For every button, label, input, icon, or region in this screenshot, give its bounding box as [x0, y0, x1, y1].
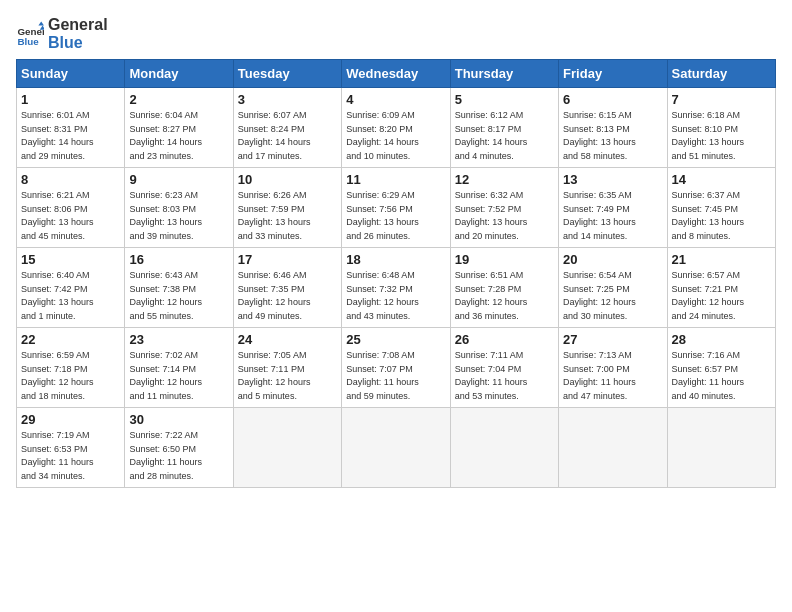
day-info: Sunrise: 6:18 AMSunset: 8:10 PMDaylight:…	[672, 109, 771, 163]
day-number: 26	[455, 332, 554, 347]
logo: General Blue General Blue	[16, 16, 108, 51]
calendar-cell	[233, 408, 341, 488]
day-number: 27	[563, 332, 662, 347]
day-of-week-header: Wednesday	[342, 60, 450, 88]
day-number: 10	[238, 172, 337, 187]
calendar-cell: 6Sunrise: 6:15 AMSunset: 8:13 PMDaylight…	[559, 88, 667, 168]
day-info: Sunrise: 6:59 AMSunset: 7:18 PMDaylight:…	[21, 349, 120, 403]
day-number: 7	[672, 92, 771, 107]
calendar-cell: 28Sunrise: 7:16 AMSunset: 6:57 PMDayligh…	[667, 328, 775, 408]
calendar-cell: 27Sunrise: 7:13 AMSunset: 7:00 PMDayligh…	[559, 328, 667, 408]
day-info: Sunrise: 6:09 AMSunset: 8:20 PMDaylight:…	[346, 109, 445, 163]
day-info: Sunrise: 6:15 AMSunset: 8:13 PMDaylight:…	[563, 109, 662, 163]
calendar-cell: 25Sunrise: 7:08 AMSunset: 7:07 PMDayligh…	[342, 328, 450, 408]
day-number: 6	[563, 92, 662, 107]
day-info: Sunrise: 6:46 AMSunset: 7:35 PMDaylight:…	[238, 269, 337, 323]
day-number: 15	[21, 252, 120, 267]
logo-general: General	[48, 16, 108, 34]
day-number: 21	[672, 252, 771, 267]
calendar-cell: 29Sunrise: 7:19 AMSunset: 6:53 PMDayligh…	[17, 408, 125, 488]
day-info: Sunrise: 6:01 AMSunset: 8:31 PMDaylight:…	[21, 109, 120, 163]
day-number: 4	[346, 92, 445, 107]
day-number: 2	[129, 92, 228, 107]
calendar-cell	[342, 408, 450, 488]
calendar-cell: 20Sunrise: 6:54 AMSunset: 7:25 PMDayligh…	[559, 248, 667, 328]
day-info: Sunrise: 7:16 AMSunset: 6:57 PMDaylight:…	[672, 349, 771, 403]
calendar-cell: 8Sunrise: 6:21 AMSunset: 8:06 PMDaylight…	[17, 168, 125, 248]
day-number: 28	[672, 332, 771, 347]
day-info: Sunrise: 7:19 AMSunset: 6:53 PMDaylight:…	[21, 429, 120, 483]
day-info: Sunrise: 7:02 AMSunset: 7:14 PMDaylight:…	[129, 349, 228, 403]
day-of-week-header: Friday	[559, 60, 667, 88]
calendar-cell: 14Sunrise: 6:37 AMSunset: 7:45 PMDayligh…	[667, 168, 775, 248]
calendar-week-row: 22Sunrise: 6:59 AMSunset: 7:18 PMDayligh…	[17, 328, 776, 408]
day-number: 17	[238, 252, 337, 267]
day-number: 20	[563, 252, 662, 267]
calendar-cell: 3Sunrise: 6:07 AMSunset: 8:24 PMDaylight…	[233, 88, 341, 168]
day-info: Sunrise: 6:12 AMSunset: 8:17 PMDaylight:…	[455, 109, 554, 163]
day-info: Sunrise: 6:04 AMSunset: 8:27 PMDaylight:…	[129, 109, 228, 163]
day-info: Sunrise: 6:57 AMSunset: 7:21 PMDaylight:…	[672, 269, 771, 323]
day-of-week-header: Saturday	[667, 60, 775, 88]
day-info: Sunrise: 6:40 AMSunset: 7:42 PMDaylight:…	[21, 269, 120, 323]
day-info: Sunrise: 6:37 AMSunset: 7:45 PMDaylight:…	[672, 189, 771, 243]
day-info: Sunrise: 7:11 AMSunset: 7:04 PMDaylight:…	[455, 349, 554, 403]
day-info: Sunrise: 6:29 AMSunset: 7:56 PMDaylight:…	[346, 189, 445, 243]
day-number: 19	[455, 252, 554, 267]
calendar-week-row: 29Sunrise: 7:19 AMSunset: 6:53 PMDayligh…	[17, 408, 776, 488]
calendar-cell: 26Sunrise: 7:11 AMSunset: 7:04 PMDayligh…	[450, 328, 558, 408]
calendar-cell: 1Sunrise: 6:01 AMSunset: 8:31 PMDaylight…	[17, 88, 125, 168]
day-number: 1	[21, 92, 120, 107]
day-info: Sunrise: 6:43 AMSunset: 7:38 PMDaylight:…	[129, 269, 228, 323]
day-number: 12	[455, 172, 554, 187]
day-info: Sunrise: 6:35 AMSunset: 7:49 PMDaylight:…	[563, 189, 662, 243]
calendar-cell: 17Sunrise: 6:46 AMSunset: 7:35 PMDayligh…	[233, 248, 341, 328]
day-info: Sunrise: 7:05 AMSunset: 7:11 PMDaylight:…	[238, 349, 337, 403]
day-info: Sunrise: 7:08 AMSunset: 7:07 PMDaylight:…	[346, 349, 445, 403]
day-number: 11	[346, 172, 445, 187]
calendar-cell: 24Sunrise: 7:05 AMSunset: 7:11 PMDayligh…	[233, 328, 341, 408]
calendar-header: SundayMondayTuesdayWednesdayThursdayFrid…	[17, 60, 776, 88]
calendar-cell: 15Sunrise: 6:40 AMSunset: 7:42 PMDayligh…	[17, 248, 125, 328]
logo-blue: Blue	[48, 34, 108, 52]
day-number: 25	[346, 332, 445, 347]
day-info: Sunrise: 6:23 AMSunset: 8:03 PMDaylight:…	[129, 189, 228, 243]
day-of-week-header: Thursday	[450, 60, 558, 88]
day-of-week-header: Monday	[125, 60, 233, 88]
day-info: Sunrise: 6:21 AMSunset: 8:06 PMDaylight:…	[21, 189, 120, 243]
logo-icon: General Blue	[16, 20, 44, 48]
calendar-cell: 7Sunrise: 6:18 AMSunset: 8:10 PMDaylight…	[667, 88, 775, 168]
calendar-cell	[667, 408, 775, 488]
calendar-cell: 13Sunrise: 6:35 AMSunset: 7:49 PMDayligh…	[559, 168, 667, 248]
day-info: Sunrise: 6:26 AMSunset: 7:59 PMDaylight:…	[238, 189, 337, 243]
day-info: Sunrise: 6:51 AMSunset: 7:28 PMDaylight:…	[455, 269, 554, 323]
page-header: General Blue General Blue	[16, 16, 776, 51]
calendar-cell: 23Sunrise: 7:02 AMSunset: 7:14 PMDayligh…	[125, 328, 233, 408]
day-number: 8	[21, 172, 120, 187]
day-of-week-header: Tuesday	[233, 60, 341, 88]
calendar-week-row: 1Sunrise: 6:01 AMSunset: 8:31 PMDaylight…	[17, 88, 776, 168]
day-number: 29	[21, 412, 120, 427]
svg-text:Blue: Blue	[17, 36, 39, 47]
day-info: Sunrise: 6:48 AMSunset: 7:32 PMDaylight:…	[346, 269, 445, 323]
day-number: 9	[129, 172, 228, 187]
day-number: 22	[21, 332, 120, 347]
day-info: Sunrise: 6:07 AMSunset: 8:24 PMDaylight:…	[238, 109, 337, 163]
calendar-cell: 21Sunrise: 6:57 AMSunset: 7:21 PMDayligh…	[667, 248, 775, 328]
calendar-cell: 10Sunrise: 6:26 AMSunset: 7:59 PMDayligh…	[233, 168, 341, 248]
day-number: 30	[129, 412, 228, 427]
day-info: Sunrise: 6:54 AMSunset: 7:25 PMDaylight:…	[563, 269, 662, 323]
calendar-week-row: 15Sunrise: 6:40 AMSunset: 7:42 PMDayligh…	[17, 248, 776, 328]
calendar-cell: 30Sunrise: 7:22 AMSunset: 6:50 PMDayligh…	[125, 408, 233, 488]
day-number: 3	[238, 92, 337, 107]
day-number: 14	[672, 172, 771, 187]
calendar-cell: 4Sunrise: 6:09 AMSunset: 8:20 PMDaylight…	[342, 88, 450, 168]
day-number: 23	[129, 332, 228, 347]
day-number: 5	[455, 92, 554, 107]
calendar-cell: 22Sunrise: 6:59 AMSunset: 7:18 PMDayligh…	[17, 328, 125, 408]
calendar-cell	[450, 408, 558, 488]
calendar-cell: 11Sunrise: 6:29 AMSunset: 7:56 PMDayligh…	[342, 168, 450, 248]
calendar-cell	[559, 408, 667, 488]
calendar-cell: 18Sunrise: 6:48 AMSunset: 7:32 PMDayligh…	[342, 248, 450, 328]
calendar-table: SundayMondayTuesdayWednesdayThursdayFrid…	[16, 59, 776, 488]
